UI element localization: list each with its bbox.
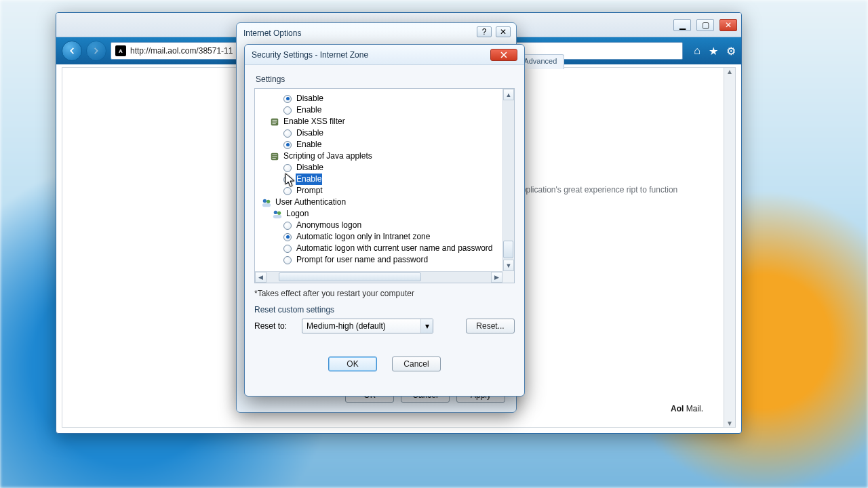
users-icon xyxy=(262,198,271,207)
svg-rect-7 xyxy=(273,214,281,218)
tree-horizontal-scrollbar[interactable]: ◀ ▶ xyxy=(255,271,502,283)
scroll-icon xyxy=(270,117,279,127)
svg-point-6 xyxy=(277,211,281,214)
browser-minimize-button[interactable]: ▁ xyxy=(673,19,691,31)
scrollbar-thumb[interactable] xyxy=(503,241,513,258)
svg-rect-4 xyxy=(262,203,271,206)
option-label[interactable]: Prompt for user name and password xyxy=(296,254,429,266)
radio-logon-prompt[interactable] xyxy=(283,256,292,264)
category-xss-filter: Enable XSS filter xyxy=(270,116,500,127)
users-icon xyxy=(273,209,282,219)
radio-logon-intranet[interactable] xyxy=(283,233,292,241)
home-icon[interactable]: ⌂ xyxy=(694,45,701,58)
security-settings-dialog: Security Settings - Internet Zone Settin… xyxy=(244,44,525,396)
category-label: User Authentication xyxy=(275,197,346,208)
scroll-down-icon[interactable]: ▼ xyxy=(724,420,735,427)
category-label: Logon xyxy=(286,208,309,220)
scroll-down-icon[interactable]: ▼ xyxy=(503,260,514,271)
address-bar-text: http://mail.aol.com/38571-11 xyxy=(130,46,233,56)
svg-point-3 xyxy=(267,199,270,203)
radio-top-enable[interactable] xyxy=(283,106,292,115)
scroll-up-icon[interactable]: ▲ xyxy=(503,89,514,100)
radio-top-disable[interactable] xyxy=(283,95,292,103)
scroll-right-icon[interactable]: ▶ xyxy=(491,272,502,283)
page-vertical-scrollbar[interactable]: ▲ ▼ xyxy=(724,68,735,427)
category-label: Scripting of Java applets xyxy=(283,150,372,162)
option-label[interactable]: Disable xyxy=(296,162,324,174)
category-label: Enable XSS filter xyxy=(283,116,345,127)
radio-dot-icon xyxy=(286,235,290,239)
dialog-close-button[interactable] xyxy=(490,49,517,61)
category-java-scripting: Scripting of Java applets xyxy=(270,150,500,162)
scroll-up-icon[interactable]: ▲ xyxy=(724,68,735,75)
settings-tree: Disable Enable Enable XSS filter Disable… xyxy=(254,88,515,283)
radio-java-disable[interactable] xyxy=(283,164,292,172)
radio-dot-icon xyxy=(286,143,290,146)
settings-section-label: Settings xyxy=(256,75,513,84)
svg-point-5 xyxy=(274,210,277,214)
subcategory-logon: Logon xyxy=(273,208,500,220)
internet-options-help-button[interactable]: ? xyxy=(477,26,492,37)
favorites-icon[interactable]: ★ xyxy=(709,45,718,58)
radio-xss-disable[interactable] xyxy=(283,129,292,138)
chevron-down-icon: ▾ xyxy=(420,319,433,333)
radio-java-prompt[interactable] xyxy=(283,187,292,195)
reset-level-value: Medium-high (default) xyxy=(307,321,386,331)
ok-button[interactable]: OK xyxy=(328,357,377,371)
scroll-icon xyxy=(270,152,279,161)
svg-point-2 xyxy=(263,199,267,202)
nav-forward-button[interactable] xyxy=(86,41,106,61)
option-label[interactable]: Automatic logon with current user name a… xyxy=(296,243,493,254)
option-label[interactable]: Disable xyxy=(296,127,324,139)
option-label-selected[interactable]: Enable xyxy=(296,174,322,185)
cancel-button[interactable]: Cancel xyxy=(392,357,441,371)
internet-options-close-button[interactable]: ✕ xyxy=(496,26,511,37)
option-label[interactable]: Anonymous logon xyxy=(296,220,362,231)
dialog-titlebar: Security Settings - Internet Zone xyxy=(245,45,524,65)
tools-gear-icon[interactable]: ⚙ xyxy=(726,45,736,58)
option-label[interactable]: Disable xyxy=(296,93,324,104)
category-user-auth: User Authentication xyxy=(262,197,500,208)
aol-mail-logo: Aol Mail. xyxy=(671,393,703,416)
aol-favicon-icon: A xyxy=(115,45,126,56)
option-label[interactable]: Automatic logon only in Intranet zone xyxy=(296,231,431,243)
aol-logo-bold: Aol xyxy=(671,404,684,413)
option-label[interactable]: Enable xyxy=(296,104,322,116)
dialog-title-text: Security Settings - Internet Zone xyxy=(252,50,368,60)
tree-vertical-scrollbar[interactable]: ▲ ▼ xyxy=(502,89,514,271)
scrollbar-thumb[interactable] xyxy=(279,272,421,281)
option-label[interactable]: Prompt xyxy=(296,185,323,197)
restart-note: *Takes effect after you restart your com… xyxy=(254,289,515,298)
radio-logon-anon[interactable] xyxy=(283,222,292,230)
option-label[interactable]: Enable xyxy=(296,139,322,150)
scroll-left-icon[interactable]: ◀ xyxy=(255,272,267,283)
radio-dot-icon xyxy=(286,97,290,100)
browser-maximize-button[interactable]: ▢ xyxy=(696,19,714,31)
reset-to-label: Reset to: xyxy=(254,321,292,331)
radio-java-enable[interactable] xyxy=(283,176,292,184)
reset-level-select[interactable]: Medium-high (default) ▾ xyxy=(302,319,433,333)
nav-back-button[interactable] xyxy=(62,41,82,61)
reset-section-label: Reset custom settings xyxy=(254,305,515,314)
reset-button[interactable]: Reset... xyxy=(466,319,515,333)
internet-options-title: Internet Options xyxy=(243,28,301,38)
radio-logon-current[interactable] xyxy=(283,245,292,253)
radio-xss-enable[interactable] xyxy=(283,141,292,149)
browser-close-button[interactable]: ✕ xyxy=(719,19,737,31)
aol-logo-light: Mail. xyxy=(684,404,703,413)
